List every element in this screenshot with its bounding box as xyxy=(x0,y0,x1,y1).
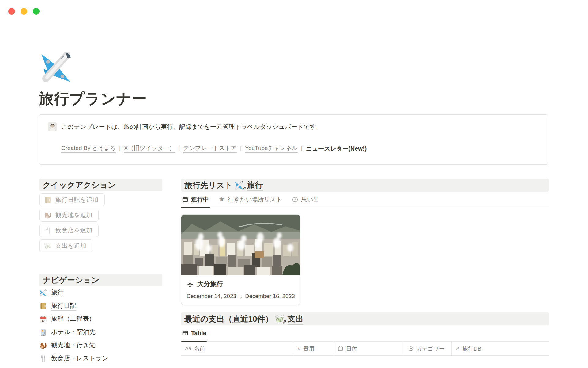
nav-item-label: 旅行日記 xyxy=(51,301,76,311)
airplane-linked-db-icon: ↗ xyxy=(234,180,244,190)
column-header-date[interactable]: 日付 xyxy=(334,342,404,355)
nav-item-label: ホテル・宿泊先 xyxy=(51,328,96,337)
relation-type-icon: ↗ xyxy=(455,345,460,352)
trip-list-heading-text: 旅行先リスト xyxy=(184,180,233,191)
navigation-heading: ナビゲーション xyxy=(39,274,162,286)
text-type-icon: Aa xyxy=(185,346,191,352)
tab-label: Table xyxy=(191,330,206,337)
left-column: クイックアクション 旅行日記を追加 観光地を追加 飲食店を追加 支出を追加 ナビ… xyxy=(39,179,162,365)
page-title: 旅行プランナー xyxy=(39,89,147,109)
column-header-cost[interactable]: # 費用 xyxy=(294,342,334,355)
tab-label: 行きたい場所リスト xyxy=(228,195,282,204)
nav-item-travel[interactable]: 旅行 xyxy=(39,286,162,299)
qa-button-label: 支出を追加 xyxy=(55,242,86,250)
select-type-icon xyxy=(408,346,414,351)
window-zoom-button[interactable] xyxy=(33,8,40,15)
column-header-travel-db[interactable]: ↗ 旅行DB xyxy=(452,342,549,355)
column-label: 名前 xyxy=(194,345,205,352)
tab-table-view[interactable]: Table xyxy=(181,329,207,341)
qa-button-label: 観光地を追加 xyxy=(55,211,92,219)
link-separator: | xyxy=(179,145,180,152)
column-label: 旅行DB xyxy=(462,345,481,352)
tab-label: 思い出 xyxy=(301,195,319,204)
notebook-icon xyxy=(44,196,52,204)
tab-wishlist[interactable]: ★ 行きたい場所リスト xyxy=(218,195,283,208)
clock-icon xyxy=(292,196,298,203)
nav-item-label: 旅程（工程表） xyxy=(51,314,95,324)
svg-text:17: 17 xyxy=(42,319,45,322)
nav-item-travel-diary[interactable]: 旅行日記 xyxy=(39,299,162,312)
expenses-heading-text: 最近の支出（直近10件） xyxy=(184,314,273,324)
notion-app-window: 旅行プランナー このテンプレートは、旅の計画から実行、記録までを一元管理トラベル… xyxy=(0,0,588,368)
newsletter-label: ニュースレター(New!) xyxy=(306,144,367,153)
airplane-glyph-icon xyxy=(187,280,194,288)
youtube-channel-link[interactable]: YouTubeチャンネル xyxy=(245,144,298,153)
add-sightseeing-button[interactable]: 観光地を追加 xyxy=(39,209,99,222)
trip-view-tabs: 進行中 ★ 行きたい場所リスト 思い出 xyxy=(181,192,549,208)
money-wings-linked-db-icon: ↗ xyxy=(274,314,285,324)
calendar-icon: 17 xyxy=(39,315,47,323)
link-separator: | xyxy=(301,145,303,152)
trip-card-cover-photo xyxy=(181,215,300,275)
add-restaurant-button[interactable]: 飲食店を追加 xyxy=(39,224,99,237)
number-type-icon: # xyxy=(298,346,300,352)
created-by-link[interactable]: Created By とうまろ xyxy=(61,144,116,153)
expenses-view-tabs: Table xyxy=(181,325,549,342)
nav-item-sightseeing[interactable]: 観光地・行き先 xyxy=(39,339,162,352)
date-type-icon xyxy=(337,346,343,351)
fork-knife-icon xyxy=(39,355,47,363)
notebook-icon xyxy=(39,302,47,310)
page-icon-airplane-emoji[interactable] xyxy=(39,49,74,85)
column-header-name[interactable]: Aa 名前 xyxy=(181,342,294,355)
trip-list-heading: 旅行先リスト ↗ 旅行 xyxy=(181,179,549,192)
hotel-icon xyxy=(39,328,47,336)
window-controls xyxy=(8,8,40,15)
expenses-db-link[interactable]: 支出 xyxy=(288,313,303,325)
column-header-category[interactable]: カテゴリー xyxy=(404,342,452,355)
nav-item-label: 観光地・行き先 xyxy=(51,341,95,350)
callout-description: このテンプレートは、旅の計画から実行、記録までを一元管理トラベルダッシュボードで… xyxy=(61,123,322,131)
table-icon xyxy=(182,330,188,336)
linked-db-arrow-icon: ↗ xyxy=(282,319,286,325)
window-close-button[interactable] xyxy=(8,8,15,15)
column-label: 費用 xyxy=(303,345,314,352)
creator-avatar-icon xyxy=(48,122,57,131)
calendar-icon xyxy=(182,196,188,203)
trip-card-title: 大分旅行 xyxy=(197,280,223,288)
star-icon: ★ xyxy=(219,196,225,203)
chipmunk-icon xyxy=(39,342,47,350)
expenses-table-header: Aa 名前 # 費用 日付 カテゴリー ↗ 旅行DB xyxy=(181,342,549,356)
airplane-icon xyxy=(39,289,47,297)
nav-item-restaurants[interactable]: 飲食店・レストラン xyxy=(39,352,162,365)
x-twitter-link[interactable]: X（旧ツイッター） xyxy=(124,144,175,153)
nav-item-itinerary[interactable]: 17 旅程（工程表） xyxy=(39,312,162,326)
link-separator: | xyxy=(240,145,242,152)
quick-actions-heading: クイックアクション xyxy=(39,179,162,191)
callout-links-row: Created By とうまろ | X（旧ツイッター） | テンプレートストア … xyxy=(61,144,539,153)
nav-item-hotels[interactable]: ホテル・宿泊先 xyxy=(39,326,162,339)
qa-button-label: 旅行日記を追加 xyxy=(55,196,98,204)
add-expense-button[interactable]: 支出を追加 xyxy=(39,239,92,252)
trip-card-body: 大分旅行 December 14, 2023 → December 16, 20… xyxy=(181,275,300,305)
trip-card-oita[interactable]: 大分旅行 December 14, 2023 → December 16, 20… xyxy=(181,215,300,305)
template-callout: このテンプレートは、旅の計画から実行、記録までを一元管理トラベルダッシュボードで… xyxy=(39,114,548,165)
tab-memories[interactable]: 思い出 xyxy=(291,195,320,208)
right-column: 旅行先リスト ↗ 旅行 進行中 ★ 行きたい場所リスト 思い出 xyxy=(181,179,549,356)
chipmunk-icon xyxy=(44,211,52,219)
add-travel-diary-button[interactable]: 旅行日記を追加 xyxy=(39,193,105,206)
link-separator: | xyxy=(119,145,121,152)
trip-card-date-range: December 14, 2023 → December 16, 2023 xyxy=(187,293,295,300)
window-minimize-button[interactable] xyxy=(21,8,27,15)
trip-db-link[interactable]: 旅行 xyxy=(247,180,263,191)
fork-knife-icon xyxy=(44,227,52,235)
nav-item-label: 飲食店・レストラン xyxy=(51,354,108,363)
linked-db-arrow-icon: ↗ xyxy=(242,185,246,192)
money-wings-icon xyxy=(44,242,52,250)
expenses-heading: 最近の支出（直近10件） ↗ 支出 xyxy=(181,312,549,325)
column-label: カテゴリー xyxy=(417,345,445,352)
qa-button-label: 飲食店を追加 xyxy=(55,226,92,235)
nav-item-label: 旅行 xyxy=(51,288,64,297)
column-label: 日付 xyxy=(346,345,357,352)
template-store-link[interactable]: テンプレートストア xyxy=(183,144,237,153)
tab-in-progress[interactable]: 進行中 xyxy=(181,195,210,208)
